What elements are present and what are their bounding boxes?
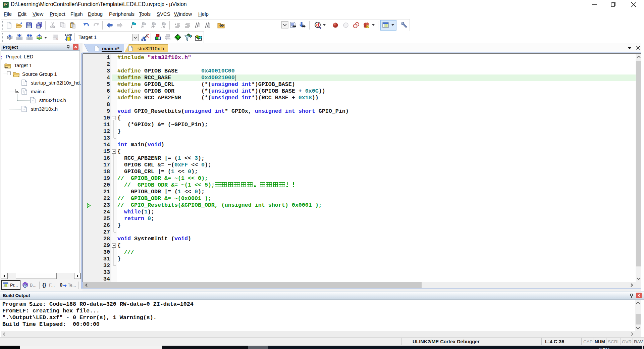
- svg-text:d: d: [316, 22, 319, 28]
- svg-text:µV: µV: [4, 2, 7, 6]
- svg-text:?: ?: [24, 285, 26, 288]
